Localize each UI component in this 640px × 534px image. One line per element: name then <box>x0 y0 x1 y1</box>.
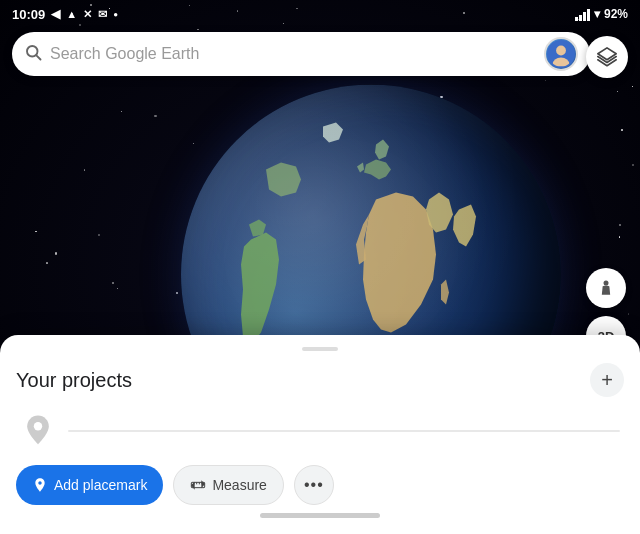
status-left: 10:09 ◀ ▲ ✕ ✉ ● <box>12 7 118 22</box>
empty-state-pin-icon <box>20 413 56 449</box>
svg-point-7 <box>604 281 609 286</box>
svg-point-4 <box>556 46 566 56</box>
panel-content <box>16 413 624 449</box>
status-bar: 10:09 ◀ ▲ ✕ ✉ ● ▾ 92% <box>0 0 640 28</box>
wifi-status-icon: ▾ <box>594 7 600 21</box>
layers-button[interactable] <box>586 36 628 78</box>
add-placemark-label: Add placemark <box>54 477 147 493</box>
bottom-panel: Your projects + Add placemark <box>0 335 640 534</box>
panel-header: Your projects + <box>16 363 624 397</box>
measure-label: Measure <box>212 477 266 493</box>
user-avatar[interactable] <box>544 37 578 71</box>
search-icon <box>24 43 42 66</box>
add-placemark-button[interactable]: Add placemark <box>16 465 163 505</box>
x-icon: ✕ <box>83 8 92 21</box>
wifi-icon: ▲ <box>66 8 77 20</box>
mail-icon: ✉ <box>98 8 107 21</box>
panel-handle[interactable] <box>302 347 338 351</box>
search-bar[interactable]: Search Google Earth <box>12 32 590 76</box>
panel-title: Your projects <box>16 369 132 392</box>
status-right: ▾ 92% <box>575 7 628 21</box>
signal-icon <box>575 7 590 21</box>
svg-line-1 <box>36 55 40 59</box>
home-indicator <box>260 513 380 518</box>
add-icon: + <box>601 369 613 392</box>
svg-point-10 <box>34 422 42 430</box>
empty-state-line <box>68 430 620 432</box>
more-icon: ••• <box>304 476 324 494</box>
search-input[interactable]: Search Google Earth <box>50 45 536 63</box>
action-buttons: Add placemark Measure ••• <box>16 465 624 505</box>
measure-button[interactable]: Measure <box>173 465 283 505</box>
battery-percentage: 92% <box>604 7 628 21</box>
more-options-button[interactable]: ••• <box>294 465 334 505</box>
time-display: 10:09 <box>12 7 45 22</box>
location-icon: ◀ <box>51 7 60 21</box>
dot-icon: ● <box>113 10 118 19</box>
add-project-button[interactable]: + <box>590 363 624 397</box>
street-view-button[interactable] <box>586 268 626 308</box>
